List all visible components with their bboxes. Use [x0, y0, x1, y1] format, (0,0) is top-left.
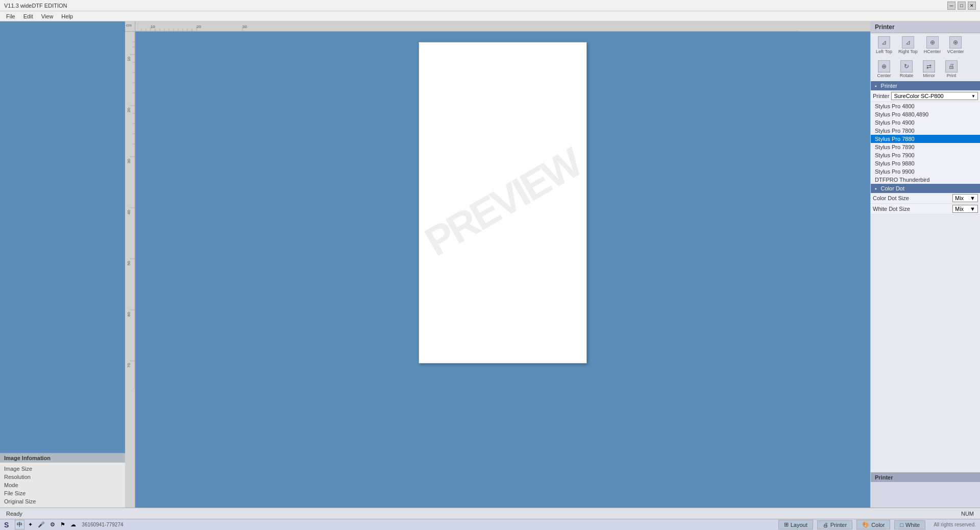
left-top-button[interactable]: ⊿ Left Top	[874, 35, 894, 55]
horizontal-ruler: 10 20 30	[135, 21, 870, 32]
dropdown-item-4880[interactable]: Stylus Pro 4880,4890	[871, 110, 980, 118]
tab-white-label: White	[905, 522, 920, 528]
status-left: Ready	[4, 510, 24, 517]
menu-help[interactable]: Help	[57, 12, 77, 20]
print-label: Print	[947, 73, 957, 78]
menu-edit[interactable]: Edit	[19, 12, 37, 20]
printer-section-header[interactable]: ▪ Printer	[871, 81, 980, 90]
taskbar-right: ⊞ Layout 🖨 Printer 🎨 Color □ White All r…	[778, 520, 976, 529]
app-logo: S	[4, 521, 9, 529]
bottom-printer-header: Printer	[871, 473, 980, 482]
center-label: Center	[877, 73, 891, 78]
svg-text:20: 20	[197, 25, 201, 29]
section-collapse-icon: ▪	[875, 83, 877, 89]
dot-settings-section-header[interactable]: ▪ Color Dot	[871, 184, 980, 193]
mirror-label: Mirror	[923, 73, 935, 78]
color-dot-select[interactable]: Mix ▼	[952, 194, 978, 202]
tab-color[interactable]: 🎨 Color	[856, 520, 890, 529]
dropdown-item-7800[interactable]: Stylus Pro 7800	[871, 127, 980, 135]
rotate-label: Rotate	[900, 73, 914, 78]
paper-area: PREVIEW	[135, 32, 870, 508]
hcenter-label: HCenter	[924, 49, 941, 54]
tab-layout[interactable]: ⊞ Layout	[778, 520, 813, 529]
dropdown-item-7900[interactable]: Stylus Pro 7900	[871, 151, 980, 159]
num-text: NUM	[959, 510, 976, 517]
printer-select-arrow: ▼	[971, 94, 975, 99]
mirror-button[interactable]: ⇄ Mirror	[919, 59, 939, 79]
rotate-button[interactable]: ↻ Rotate	[896, 59, 917, 79]
svg-text:50: 50	[127, 261, 131, 266]
dropdown-item-4800[interactable]: Stylus Pro 4800	[871, 102, 980, 110]
hcenter-button[interactable]: ⊕ HCenter	[922, 35, 943, 55]
menu-bar: File Edit View Help	[0, 11, 980, 21]
printer-select-container: SureColor SC-P800 ▼	[891, 92, 978, 100]
bottom-printer-content	[871, 482, 980, 508]
image-info-content: Image Size Resolution Mode File Size Ori…	[0, 463, 125, 508]
canvas-area: cm 10 20 30	[125, 21, 870, 508]
dropdown-item-7890[interactable]: Stylus Pro 7890	[871, 143, 980, 151]
svg-text:60: 60	[127, 312, 131, 317]
dropdown-item-4900[interactable]: Stylus Pro 4900	[871, 118, 980, 127]
vcenter-icon: ⊕	[949, 36, 962, 49]
right-panel-header: Printer	[871, 21, 980, 33]
info-mode: Mode	[4, 481, 121, 489]
white-dot-arrow: ▼	[970, 206, 975, 212]
right-panel: Printer ⊿ Left Top ⊿ Right Top ⊕ HCenter…	[870, 21, 980, 508]
tab-white[interactable]: □ White	[894, 520, 925, 529]
tab-color-label: Color	[871, 522, 885, 528]
printer-row: Printer SureColor SC-P800 ▼	[871, 90, 980, 102]
canvas-unit: cm	[126, 23, 132, 28]
taskbar-icon-2[interactable]: ✦	[27, 521, 34, 528]
menu-file[interactable]: File	[2, 12, 19, 20]
maximize-button[interactable]: □	[958, 2, 966, 10]
image-info-title: Image Infomation	[0, 453, 125, 463]
rotate-icon: ↻	[900, 60, 913, 73]
tab-printer-icon: 🖨	[823, 522, 828, 528]
taskbar-icon-6[interactable]: ☁	[69, 521, 78, 528]
left-top-icon: ⊿	[878, 36, 890, 49]
dropdown-item-7880[interactable]: Stylus Pro 7880	[871, 135, 980, 143]
svg-text:10: 10	[151, 25, 155, 29]
center-button[interactable]: ⊕ Center	[874, 59, 894, 79]
ruler-corner: cm	[125, 21, 135, 32]
paper: PREVIEW	[419, 42, 587, 364]
title-bar: V11.3 wideDTF EDITION ─ □ ✕	[0, 0, 980, 11]
info-file-size: File Size	[4, 489, 121, 497]
left-panel: Image Infomation Image Size Resolution M…	[0, 21, 125, 508]
watermark: PREVIEW	[419, 42, 587, 364]
ready-text: Ready	[4, 510, 24, 517]
info-file-size-label: File Size	[4, 490, 26, 496]
taskbar-icon-5[interactable]: ⚑	[59, 521, 67, 528]
vcenter-label: VCenter	[947, 49, 964, 54]
svg-text:10: 10	[127, 57, 131, 61]
vcenter-button[interactable]: ⊕ VCenter	[945, 35, 966, 55]
printer-section-content: Printer SureColor SC-P800 ▼ Stylus Pro 4…	[871, 90, 980, 214]
toolbar-row1: ⊿ Left Top ⊿ Right Top ⊕ HCenter ⊕ VCent…	[871, 33, 980, 57]
tab-printer[interactable]: 🖨 Printer	[817, 520, 852, 529]
print-button[interactable]: 🖨 Print	[941, 59, 962, 79]
menu-view[interactable]: View	[37, 12, 58, 20]
taskbar-icon-4[interactable]: ⚙	[48, 521, 57, 528]
right-top-button[interactable]: ⊿ Right Top	[896, 35, 920, 55]
printer-selected-value: SureColor SC-P800	[894, 93, 943, 99]
tab-layout-label: Layout	[791, 522, 807, 528]
printer-select[interactable]: SureColor SC-P800 ▼	[891, 92, 978, 100]
dropdown-item-9880[interactable]: Stylus Pro 9880	[871, 159, 980, 167]
info-resolution-label: Resolution	[4, 474, 31, 480]
tab-layout-icon: ⊞	[784, 521, 789, 528]
dropdown-item-thunderbird[interactable]: DTFPRO Thunderbird	[871, 176, 980, 184]
taskbar-icon-3[interactable]: 🎤	[36, 521, 46, 528]
printer-dropdown-list: Stylus Pro 4800 Stylus Pro 4880,4890 Sty…	[871, 102, 980, 184]
white-dot-value: Mix	[955, 206, 964, 212]
system-id: 36160941-779274	[82, 522, 123, 527]
hcenter-icon: ⊕	[926, 36, 939, 49]
close-button[interactable]: ✕	[968, 2, 976, 10]
white-dot-select[interactable]: Mix ▼	[952, 205, 978, 213]
taskbar-icon-1[interactable]: 中	[15, 520, 24, 529]
dropdown-item-9900[interactable]: Stylus Pro 9900	[871, 167, 980, 176]
minimize-button[interactable]: ─	[947, 2, 955, 10]
info-resolution: Resolution	[4, 473, 121, 481]
info-original-size-label: Original Size	[4, 498, 36, 504]
color-dot-label: Color Dot Size	[873, 195, 950, 201]
left-panel-canvas	[0, 21, 125, 453]
